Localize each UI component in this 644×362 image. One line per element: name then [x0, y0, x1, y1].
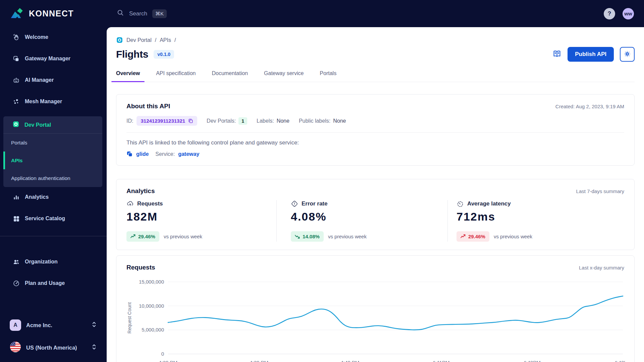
page-title: Flights: [116, 49, 148, 60]
api-id-value: 3124123911231321: [141, 118, 185, 124]
api-id-chip[interactable]: 3124123911231321: [137, 116, 197, 126]
trend-caption: vs previous week: [328, 234, 367, 239]
topbar: Search ⌘K ? ww: [107, 0, 644, 27]
docs-book-button[interactable]: [552, 49, 561, 59]
grid-icon: [12, 215, 20, 222]
header-actions: Publish API: [552, 47, 635, 62]
sidebar-footer: A Acme Inc.: [0, 309, 107, 362]
metric-value: 182M: [126, 210, 276, 223]
sidebar-item-portals[interactable]: Portals: [3, 134, 102, 152]
requests-chart-title: Requests: [126, 264, 155, 271]
sidebar-item-application-authentication[interactable]: Application authentication: [3, 169, 102, 187]
metric-requests: Requests 182M 29.46% vs previous week: [126, 200, 276, 242]
trend-caption: vs previous week: [494, 234, 532, 239]
svg-text:Request Count: Request Count: [127, 302, 132, 334]
sidebar-item-label: Gateway Manager: [25, 56, 70, 62]
sidebar-item-apis[interactable]: APIs: [3, 152, 102, 169]
logo-wordmark: KONNECT: [29, 9, 74, 18]
tab-api-specification[interactable]: API specification: [151, 70, 200, 82]
breadcrumb: Dev Portal / APIs /: [116, 37, 635, 44]
linked-description: This API is linked to the following cont…: [126, 139, 624, 146]
people-icon: [12, 258, 20, 265]
tab-overview[interactable]: Overview: [111, 70, 145, 82]
control-plane-icon: [126, 151, 133, 157]
help-button[interactable]: ?: [604, 8, 615, 19]
about-meta-row: ID: 3124123911231321 Dev Portals: 1 Labe…: [126, 116, 624, 126]
trend-down-icon: [295, 234, 300, 239]
topbar-actions: ? ww: [604, 8, 634, 19]
svg-text:4:42PM: 4:42PM: [523, 360, 541, 362]
gear-icon: [624, 50, 631, 59]
control-plane-link[interactable]: glide: [136, 151, 149, 157]
region-switcher[interactable]: US (North America): [10, 341, 97, 354]
global-search[interactable]: Search ⌘K: [117, 9, 167, 18]
svg-text:10,000,000: 10,000,000: [139, 303, 164, 309]
breadcrumb-dev-portal[interactable]: Dev Portal: [126, 37, 152, 43]
sidebar-item-label: Plan and Usage: [25, 280, 65, 286]
version-badge: v0.1.0: [154, 50, 174, 59]
service-label: Service:: [155, 151, 175, 157]
gauge-icon: [12, 280, 20, 287]
requests-summary-label: Last x-day summary: [579, 265, 624, 270]
diamond-alert-icon: [291, 200, 298, 207]
metric-error-rate: Error rate 4.08% 14.08% vs previous week: [276, 200, 447, 242]
sidebar-group-dev-portal: Dev Portal Portals APIs Application auth…: [3, 116, 102, 187]
app-logo[interactable]: KONNECT: [0, 0, 107, 27]
sidebar-item-label: Service Catalog: [25, 216, 65, 222]
about-title: About this API: [126, 103, 170, 110]
org-switcher[interactable]: A Acme Inc.: [10, 319, 97, 331]
sidebar-item-gateway-manager[interactable]: Gateway Manager: [0, 52, 107, 65]
copy-icon: [188, 118, 193, 123]
breadcrumb-apis[interactable]: APIs: [160, 37, 171, 43]
created-timestamp: Created: Aug 2, 2023, 9:19 AM: [555, 104, 624, 109]
metric-value: 4.08%: [291, 210, 447, 223]
org-name: Acme Inc.: [26, 322, 92, 328]
chevron-updown-icon: [92, 321, 97, 329]
trend-badge: 29.46%: [126, 231, 159, 242]
main-panel: Dev Portal / APIs / Flights v0.1.0 Publi…: [107, 27, 644, 362]
search-shortcut-badge: ⌘K: [152, 9, 167, 18]
labels-label: Labels:: [257, 118, 274, 124]
org-badge: A: [10, 319, 21, 331]
sidebar-item-dev-portal[interactable]: Dev Portal: [3, 116, 102, 134]
id-label: ID:: [126, 118, 133, 124]
tab-portals[interactable]: Portals: [315, 70, 341, 82]
mesh-icon: [12, 98, 20, 105]
about-divider: [126, 132, 624, 133]
svg-text:4:39 PM: 4:39 PM: [159, 360, 177, 362]
chart-area: 05,000,00010,000,00015,000,0004:39 PM4:3…: [126, 275, 624, 362]
settings-button[interactable]: [620, 47, 635, 62]
publish-api-button[interactable]: Publish API: [568, 47, 614, 62]
tab-documentation[interactable]: Documentation: [207, 70, 253, 82]
labels-value: None: [277, 118, 289, 124]
dev-portals-count-badge: 1: [238, 117, 247, 125]
sidebar-item-plan-and-usage[interactable]: Plan and Usage: [0, 277, 107, 290]
kong-logo-icon: [10, 7, 24, 21]
sidebar-item-label: Analytics: [25, 194, 49, 200]
sidebar-item-welcome[interactable]: Welcome: [0, 31, 107, 44]
sidebar-item-label: Welcome: [25, 34, 48, 40]
requests-line-chart: 05,000,00010,000,00015,000,0004:39 PM4:3…: [126, 275, 625, 362]
user-avatar[interactable]: ww: [623, 8, 634, 19]
sidebar-item-organization[interactable]: Organization: [0, 255, 107, 268]
page-header: Flights v0.1.0 Publish API: [116, 47, 635, 62]
dev-portal-breadcrumb-icon: [116, 37, 123, 44]
linked-row: glide Service: gateway: [126, 151, 624, 157]
metric-value: 712ms: [457, 210, 624, 223]
tab-gateway-service[interactable]: Gateway service: [259, 70, 308, 82]
us-flag-icon: [10, 341, 21, 354]
sidebar-item-label: Mesh Manager: [25, 99, 62, 105]
sidebar-item-mesh-manager[interactable]: Mesh Manager: [0, 95, 107, 108]
sidebar-item-analytics[interactable]: Analytics: [0, 190, 107, 204]
gateway-service-link[interactable]: gateway: [178, 151, 199, 157]
sidebar-item-service-catalog[interactable]: Service Catalog: [0, 212, 107, 225]
svg-text:4:39 PM: 4:39 PM: [250, 360, 268, 362]
sidebar-item-ai-manager[interactable]: AI Manager: [0, 73, 107, 87]
svg-text:4:41PM: 4:41PM: [432, 360, 450, 362]
wave-hand-icon: [12, 34, 20, 41]
about-card: About this API Created: Aug 2, 2023, 9:1…: [116, 94, 635, 166]
sidebar-item-label: AI Manager: [25, 77, 54, 83]
sidebar-nav: Welcome Gateway Manager A: [0, 27, 107, 309]
tab-bar: Overview API specification Documentation…: [116, 70, 635, 82]
public-labels-value: None: [333, 118, 346, 124]
